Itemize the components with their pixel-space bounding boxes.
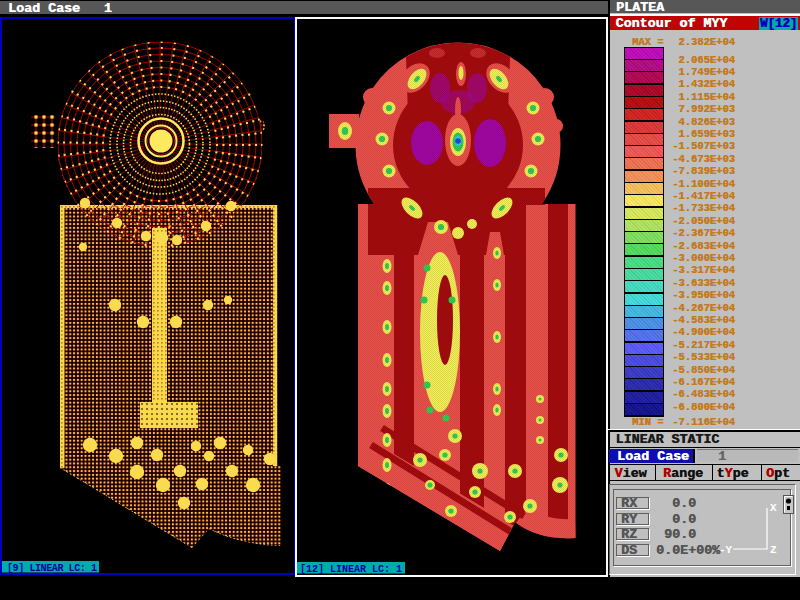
svg-text:[9] LINEAR LC: 1: [9] LINEAR LC: 1 <box>7 563 97 574</box>
svg-text:[12] LINEAR LC: 1: [12] LINEAR LC: 1 <box>300 564 402 575</box>
svg-text:Z: Z <box>770 544 777 556</box>
svg-text:-Y: -Y <box>719 544 733 556</box>
svg-text:X: X <box>770 502 777 514</box>
